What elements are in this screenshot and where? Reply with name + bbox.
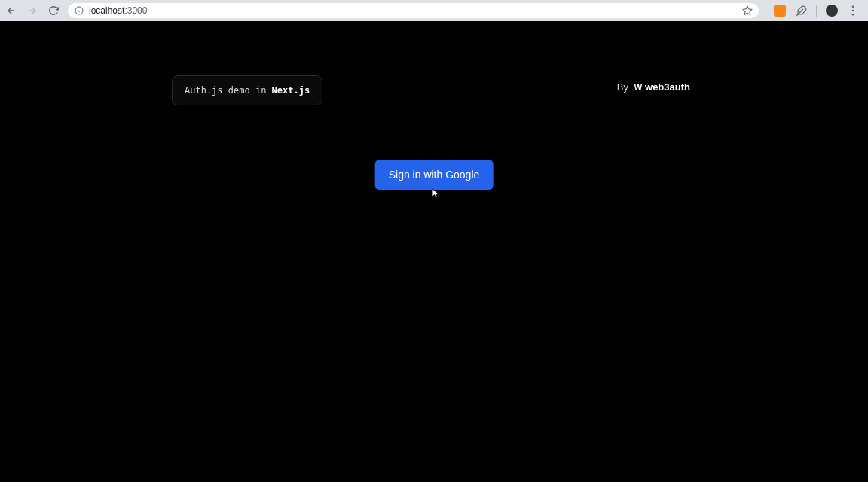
- url-host: localhost: [89, 5, 124, 16]
- kebab-menu-icon[interactable]: [847, 5, 859, 17]
- toolbar-right: [774, 5, 862, 17]
- toolbar-divider: [816, 5, 817, 17]
- credit-by: By: [617, 81, 628, 93]
- demo-badge: Auth.js demo in Next.js: [172, 75, 322, 105]
- browser-toolbar: localhost:3000: [0, 0, 868, 21]
- svg-marker-3: [743, 6, 752, 14]
- url-text: localhost:3000: [89, 5, 738, 16]
- badge-prefix: Auth.js demo in: [185, 85, 272, 96]
- web3auth-brand-text: web3auth: [645, 81, 690, 93]
- badge-bold: Next.js: [272, 85, 310, 96]
- profile-avatar-icon[interactable]: [826, 5, 838, 17]
- page-body: Auth.js demo in Next.js By W web3auth Si…: [0, 21, 868, 488]
- web3auth-logo[interactable]: W web3auth: [633, 81, 690, 93]
- pointer-cursor-icon: [432, 188, 441, 199]
- forward-icon[interactable]: [27, 5, 38, 16]
- extensions-icon[interactable]: [795, 5, 807, 17]
- svg-point-5: [852, 5, 854, 8]
- google-signin-button[interactable]: Sign in with Google: [375, 160, 494, 190]
- address-bar[interactable]: localhost:3000: [68, 3, 759, 18]
- metamask-extension-icon[interactable]: [774, 5, 786, 17]
- bookmark-star-icon[interactable]: [742, 5, 753, 16]
- url-port: :3000: [124, 5, 147, 16]
- back-icon[interactable]: [6, 5, 17, 16]
- reload-icon[interactable]: [48, 5, 59, 16]
- svg-point-6: [852, 10, 854, 12]
- svg-point-7: [852, 14, 854, 16]
- site-info-icon[interactable]: [74, 5, 84, 16]
- page-bottom-strip: [0, 482, 868, 488]
- web3auth-mark-icon: W: [633, 82, 643, 93]
- nav-buttons: [6, 5, 59, 16]
- credit: By W web3auth: [617, 81, 690, 93]
